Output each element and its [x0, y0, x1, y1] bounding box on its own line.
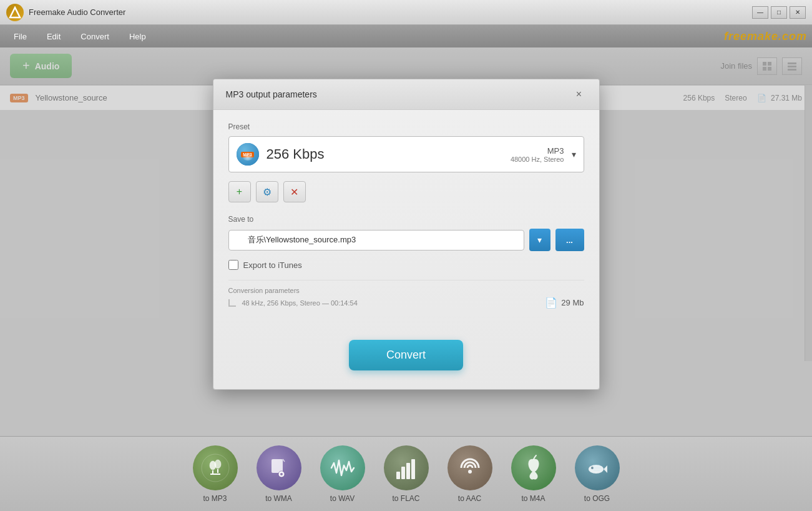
svg-point-16 [280, 473, 283, 475]
save-dropdown-button[interactable]: ▾ [529, 229, 550, 251]
format-btn-wav[interactable]: to WAV [320, 445, 365, 503]
format-btn-flac[interactable]: to FLAC [384, 445, 429, 503]
save-path-input[interactable] [228, 230, 524, 251]
wav-icon [320, 445, 365, 490]
preset-kbps: 256 Kbps [267, 146, 511, 162]
conv-params-row: 48 kHz, 256 Kbps, Stereo — 00:14:54 📄 29… [228, 297, 584, 309]
svg-line-17 [283, 459, 285, 462]
preset-icon: MP3 [237, 143, 259, 166]
preset-settings-button[interactable]: ⚙ [256, 181, 278, 202]
svg-rect-18 [396, 472, 400, 479]
svg-rect-21 [411, 459, 415, 479]
svg-point-22 [468, 470, 472, 474]
maximize-button[interactable]: □ [771, 6, 787, 19]
preset-label: Preset [228, 122, 584, 131]
svg-rect-20 [406, 463, 410, 479]
title-bar: Freemake Audio Converter — □ ✕ [0, 0, 812, 25]
menu-help[interactable]: Help [120, 28, 155, 45]
window-title: Freemake Audio Converter [29, 7, 125, 17]
flac-label: to FLAC [392, 494, 419, 503]
format-btn-mp3[interactable]: to MP3 [193, 445, 238, 503]
dropdown-arrow-icon: ▾ [537, 235, 542, 245]
export-itunes-row: Export to iTunes [228, 260, 584, 270]
export-itunes-checkbox[interactable] [228, 260, 238, 270]
window-controls: — □ ✕ [752, 6, 806, 19]
format-btn-wma[interactable]: to WMA [257, 445, 301, 503]
convert-btn-wrapper: Convert [213, 340, 599, 370]
conv-params-text: 48 kHz, 256 Kbps, Stereo — 00:14:54 [242, 299, 358, 307]
close-button[interactable]: ✕ [790, 6, 806, 19]
export-itunes-label: Export to iTunes [243, 260, 302, 270]
format-btn-m4a[interactable]: to M4A [511, 445, 556, 503]
svg-rect-19 [401, 467, 405, 479]
svg-point-10 [215, 460, 221, 469]
menu-edit[interactable]: Edit [38, 28, 69, 45]
m4a-icon [511, 445, 556, 490]
format-btn-ogg[interactable]: to OGG [575, 445, 620, 503]
ogg-label: to OGG [584, 494, 610, 503]
preset-format-name: MP3 [511, 146, 564, 156]
add-icon: + [237, 186, 242, 197]
title-bar-left: Freemake Audio Converter [6, 4, 125, 21]
minimize-button[interactable]: — [752, 6, 768, 19]
format-btn-aac[interactable]: to AAC [448, 445, 492, 503]
svg-marker-24 [604, 465, 607, 473]
modal-title: MP3 output parameters [226, 89, 317, 99]
corner-icon [228, 299, 236, 307]
wma-label: to WMA [265, 494, 292, 503]
save-to-label: Save to [228, 215, 584, 224]
menu-bar: File Edit Convert Help freemake.com [0, 25, 812, 47]
save-to-row: ♪ ▾ ... [228, 229, 584, 251]
wma-icon [257, 445, 301, 490]
format-bar: to MP3 to WMA to WAV [0, 436, 812, 511]
preset-add-button[interactable]: + [228, 181, 251, 202]
app-icon [6, 4, 24, 21]
main-content: + Audio Join files [0, 47, 812, 436]
modal-header: MP3 output parameters × [213, 79, 599, 110]
preset-format-detail: 48000 Hz, Stereo [511, 156, 564, 163]
aac-icon [448, 445, 492, 490]
svg-point-23 [589, 465, 604, 474]
mp3-label: to MP3 [203, 494, 227, 503]
conv-params-detail: 48 kHz, 256 Kbps, Stereo — 00:14:54 [228, 299, 358, 307]
conv-params-title: Conversion parameters [228, 287, 584, 294]
file-size-icon: 📄 [545, 297, 557, 309]
mp3-icon [193, 445, 238, 490]
gear-icon: ⚙ [263, 186, 271, 198]
menu-convert[interactable]: Convert [72, 28, 118, 45]
save-browse-button[interactable]: ... [555, 229, 584, 251]
ogg-icon [575, 445, 620, 490]
menu-file[interactable]: File [5, 28, 36, 45]
preset-format-info: MP3 48000 Hz, Stereo [511, 146, 564, 163]
svg-marker-0 [10, 7, 20, 17]
x-icon: ✕ [290, 186, 298, 198]
preset-remove-button[interactable]: ✕ [283, 181, 306, 202]
conversion-params: Conversion parameters 48 kHz, 256 Kbps, … [228, 280, 584, 309]
aac-label: to AAC [458, 494, 481, 503]
m4a-label: to M4A [521, 494, 545, 503]
preset-actions: + ⚙ ✕ [228, 181, 584, 202]
modal-body: Preset MP3 256 Kbps MP3 48000 Hz, Stereo… [213, 110, 599, 321]
save-path-wrapper: ♪ [228, 230, 524, 251]
conv-size-text: 29 Mb [561, 298, 584, 307]
flac-icon [384, 445, 429, 490]
modal-dialog: MP3 output parameters × Preset MP3 256 K… [213, 79, 600, 390]
brand-logo: freemake.com [724, 30, 807, 43]
preset-arrow-icon: ▾ [572, 149, 576, 159]
wav-label: to WAV [330, 494, 355, 503]
browse-label: ... [566, 236, 573, 245]
convert-button[interactable]: Convert [349, 340, 463, 370]
conv-size: 📄 29 Mb [545, 297, 584, 309]
modal-close-button[interactable]: × [572, 87, 587, 102]
preset-dropdown[interactable]: MP3 256 Kbps MP3 48000 Hz, Stereo ▾ [228, 136, 584, 172]
